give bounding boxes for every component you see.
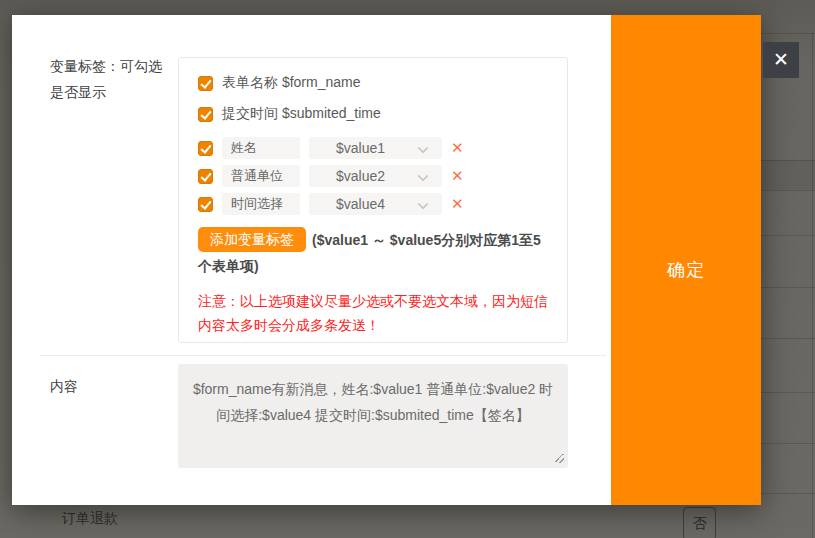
background-table-header-band [761, 160, 815, 190]
chevron-down-icon [417, 198, 428, 209]
background-table-row-divider [761, 443, 815, 444]
variable-name-input[interactable] [222, 137, 300, 159]
variable-name-input[interactable] [222, 193, 300, 215]
background-row-label: 订单退款 [62, 510, 118, 528]
section-divider [40, 355, 606, 356]
sms-length-warning: 注意：以上选项建议尽量少选或不要选文本域，因为短信内容太多时会分成多条发送！ [198, 289, 553, 337]
sms-content-textarea[interactable]: $form_name有新消息，姓名:$value1 普通单位:$value2 时… [178, 364, 568, 468]
fixed-option-row: 提交时间 $submited_time [198, 106, 553, 122]
remove-icon[interactable]: ✕ [451, 137, 464, 159]
close-icon: ✕ [773, 49, 789, 70]
confirm-panel: 确定 [611, 15, 761, 505]
textarea-resize-handle[interactable] [555, 454, 564, 463]
variables-section-label: 变量标签：可勾选是否显示 [50, 53, 166, 105]
selected-value: $value4 [336, 196, 385, 212]
form-name-checkbox[interactable] [198, 76, 213, 91]
background-table-row-divider [761, 33, 815, 34]
close-button[interactable]: ✕ [763, 42, 799, 78]
add-variable-row: 添加变量标签($value1 ～ $value5分别对应第1至5个表单项) [198, 227, 553, 279]
background-table-row-divider [761, 493, 815, 494]
submit-time-checkbox[interactable] [198, 107, 213, 122]
variable-checkbox[interactable] [198, 169, 213, 184]
variable-checkbox[interactable] [198, 197, 213, 212]
variable-row: $value4 ✕ [198, 193, 553, 215]
background-table-row-divider [761, 392, 815, 393]
background-table-row-divider [761, 287, 815, 288]
fixed-option-label: 表单名称 $form_name [222, 74, 360, 92]
background-table-row-divider [761, 338, 815, 339]
variable-row: $value1 ✕ [198, 137, 553, 159]
selected-value: $value1 [336, 140, 385, 156]
variable-name-input[interactable] [222, 165, 300, 187]
confirm-button[interactable]: 确定 [611, 258, 761, 282]
fixed-option-row: 表单名称 $form_name [198, 75, 553, 91]
variable-checkbox[interactable] [198, 141, 213, 156]
chevron-down-icon [417, 170, 428, 181]
content-section-label: 内容 [50, 373, 78, 399]
fixed-option-label: 提交时间 $submited_time [222, 105, 381, 123]
background-no-button: 否 [683, 507, 716, 538]
modal-backdrop[interactable]: 订单退款 否 变量标签：可勾选是否显示 表单名称 $form_name 提交时间… [0, 0, 815, 538]
selected-value: $value2 [336, 168, 385, 184]
background-table-row-divider [761, 190, 815, 191]
variable-value-select[interactable]: $value4 [309, 193, 442, 215]
add-variable-button[interactable]: 添加变量标签 [198, 227, 306, 252]
variable-value-select[interactable]: $value1 [309, 137, 442, 159]
chevron-down-icon [417, 142, 428, 153]
variables-box: 表单名称 $form_name 提交时间 $submited_time $val… [178, 57, 568, 343]
background-table-row-divider [761, 235, 815, 236]
variable-value-select[interactable]: $value2 [309, 165, 442, 187]
content-field-wrapper: $form_name有新消息，姓名:$value1 普通单位:$value2 时… [178, 364, 568, 468]
background-table-row-divider [761, 160, 815, 161]
sms-variable-dialog: 变量标签：可勾选是否显示 表单名称 $form_name 提交时间 $submi… [12, 15, 761, 505]
remove-icon[interactable]: ✕ [451, 193, 464, 215]
variable-row: $value2 ✕ [198, 165, 553, 187]
background-table-border [812, 33, 813, 538]
remove-icon[interactable]: ✕ [451, 165, 464, 187]
